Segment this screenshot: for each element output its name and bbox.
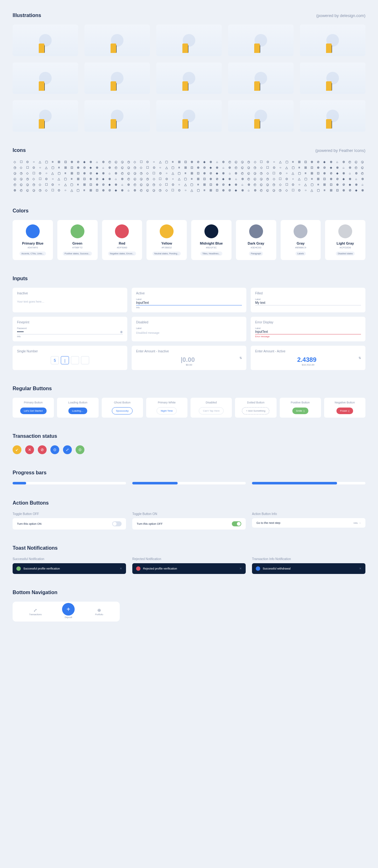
- feather-icon: ☐: [32, 171, 36, 175]
- input-filled[interactable]: Filled Label My text: [251, 288, 366, 312]
- color-card: Green #75BF72 Positive states, Success..…: [57, 220, 98, 260]
- feather-icon: ◶: [152, 188, 156, 192]
- color-hex: #3D4C63: [239, 246, 273, 249]
- feather-icon: ◷: [133, 165, 137, 169]
- input-single-number[interactable]: Single Number 5 |: [12, 346, 127, 370]
- transactions-icon: ⤢: [29, 608, 41, 613]
- feather-icon: ⊗: [95, 165, 99, 169]
- color-card: Yellow #F2B832 Neutral states, Pending..…: [147, 220, 187, 260]
- feather-icon: ○: [164, 171, 169, 175]
- feather-icon: ⊗: [101, 171, 105, 175]
- button[interactable]: Can't Tap Here: [199, 407, 224, 414]
- illustration: [156, 25, 222, 56]
- feather-icon: △: [284, 165, 289, 169]
- feather-icon: ⊡: [183, 159, 188, 164]
- color-hex: #CFD2D8: [328, 246, 362, 249]
- button[interactable]: Spoooooky: [112, 407, 133, 414]
- feather-icon: ○: [44, 171, 49, 175]
- button-card: Negative Button Frown :(: [324, 398, 366, 417]
- feather-icon: ⊚: [221, 159, 225, 164]
- feather-icon: ⊗: [120, 188, 124, 192]
- feather-icon: △: [190, 188, 194, 192]
- input-amount-active[interactable]: Enter Amount - Active 2.4389 ⇅ $16,532.8…: [251, 346, 366, 370]
- swap-icon[interactable]: ⇅: [358, 356, 361, 360]
- bottomnav-title: Bottom Navigation: [12, 590, 57, 595]
- feather-icon: ⊘: [215, 177, 219, 181]
- nav-deposit-button[interactable]: +: [62, 603, 75, 616]
- feather-icon: ◇: [272, 177, 276, 181]
- feather-icon: ⊘: [227, 188, 232, 192]
- input-error[interactable]: Error Display Label InputText Error mess…: [251, 317, 366, 341]
- close-icon[interactable]: ✕: [359, 567, 361, 570]
- feather-icon: ⊘: [221, 182, 225, 187]
- feather-icon: ⊙: [57, 188, 61, 192]
- feather-icon: ⊞: [303, 165, 308, 169]
- feather-icon: ⊘: [335, 177, 340, 181]
- button[interactable]: Loading…: [68, 407, 87, 414]
- toggle-on[interactable]: Turn this option OFF: [132, 518, 246, 529]
- feather-icon: △: [177, 177, 182, 181]
- feather-icon: ◈: [215, 171, 219, 175]
- feather-icon: ◵: [145, 188, 150, 192]
- color-swatch: [338, 224, 352, 238]
- input-amount-inactive[interactable]: Enter Amount - Inactive |0.00 ⇅ $0.00: [132, 346, 246, 370]
- feather-icon: ☐: [152, 171, 156, 175]
- input-fineprint[interactable]: Fineprint Password ••••••◉ Info: [12, 317, 127, 341]
- feather-icon: ⊗: [335, 165, 340, 169]
- button[interactable]: + Add Something: [242, 407, 269, 414]
- feather-icon: ◷: [38, 188, 42, 192]
- feather-icon: ⊞: [329, 188, 333, 192]
- close-icon[interactable]: ✕: [120, 567, 122, 570]
- feather-icon: ◷: [19, 171, 23, 175]
- color-desc: Titles, Headlines...: [200, 251, 222, 256]
- feather-icon: ◈: [101, 177, 105, 181]
- feather-icon: ◴: [247, 177, 251, 181]
- color-desc: Negative states, Errors...: [108, 251, 136, 256]
- feather-icon: ⊡: [70, 165, 74, 169]
- success-icon: [17, 566, 21, 571]
- feather-icon: ⊞: [316, 177, 320, 181]
- button[interactable]: Frown :(: [337, 407, 353, 414]
- feather-icon: ▢: [76, 188, 80, 192]
- button-card: Loading Button Loading…: [57, 398, 98, 417]
- feather-icon: ◇: [25, 171, 30, 175]
- eye-icon[interactable]: ◉: [120, 330, 123, 334]
- feather-icon: ⊙: [152, 165, 156, 169]
- button-card: Positive Button Smile :): [280, 398, 321, 417]
- feather-icon: ⊕: [190, 159, 194, 164]
- feather-icon: ◷: [253, 165, 257, 169]
- feather-icon: ⊡: [196, 171, 200, 175]
- colors-title: Colors: [12, 208, 29, 214]
- action-info[interactable]: Go to the next step Info →: [252, 518, 366, 528]
- input-inactive[interactable]: Inactive Your text goes here…: [12, 288, 127, 312]
- feather-icon: ◈: [209, 165, 213, 169]
- nav-transactions[interactable]: ⤢ Transactions: [29, 608, 41, 616]
- close-icon[interactable]: ✕: [240, 567, 242, 570]
- button[interactable]: Let's Get Started: [20, 407, 46, 414]
- feather-icon: ⊘: [209, 171, 213, 175]
- color-name: Primary Blue: [16, 241, 50, 245]
- swap-icon[interactable]: ⇅: [240, 356, 242, 360]
- illustration: [228, 62, 293, 94]
- toggle-switch[interactable]: [232, 521, 241, 526]
- toggle-switch[interactable]: [112, 521, 122, 526]
- feather-icon: ◵: [247, 171, 251, 175]
- feather-icon: ◴: [120, 171, 124, 175]
- feather-icon: ⊕: [101, 188, 105, 192]
- feather-icon: ⊡: [310, 165, 314, 169]
- illustration: [85, 25, 150, 56]
- feather-icon: ⊞: [310, 171, 314, 175]
- feather-icon: ◷: [12, 165, 17, 169]
- button[interactable]: Night Time: [157, 407, 177, 414]
- feather-icon: ○: [32, 159, 36, 164]
- illustration: [12, 25, 78, 56]
- feather-icon: ◇: [44, 188, 49, 192]
- nav-portfolio[interactable]: ⊕ Portfolio: [95, 608, 103, 616]
- feather-icon: ◶: [126, 165, 131, 169]
- feather-icon: ☐: [139, 159, 143, 164]
- feather-icon: ◶: [259, 177, 264, 181]
- feather-icon: ⊡: [63, 159, 68, 164]
- input-active[interactable]: Active Label InputText Info: [132, 288, 246, 312]
- button[interactable]: Smile :): [292, 407, 308, 414]
- toggle-off[interactable]: Turn this option ON: [12, 518, 126, 529]
